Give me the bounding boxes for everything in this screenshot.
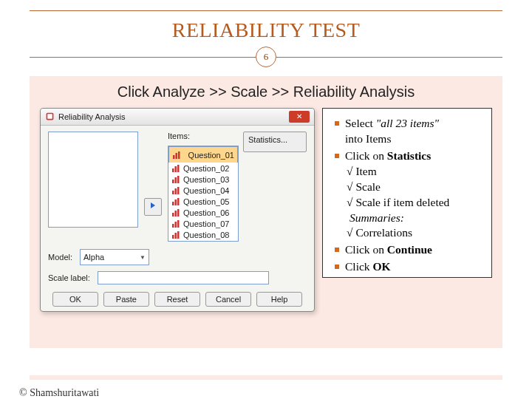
chevron-down-icon: ▼: [140, 254, 146, 261]
svg-rect-19: [177, 209, 180, 216]
variable-icon: [171, 197, 180, 206]
content-panel: Click Analyze >> Scale >> Reliability An…: [30, 76, 502, 348]
svg-rect-2: [173, 155, 175, 159]
dialog-titlebar: Reliability Analysis ✕: [41, 109, 314, 126]
svg-rect-13: [177, 187, 180, 194]
variable-icon: [171, 186, 180, 195]
svg-rect-5: [172, 168, 174, 172]
list-item[interactable]: Question_07: [168, 218, 238, 229]
svg-rect-21: [175, 222, 177, 228]
items-list[interactable]: Question_01Question_02Question_03Questio…: [168, 146, 239, 242]
list-item[interactable]: Question_08: [168, 229, 238, 240]
svg-rect-23: [172, 235, 174, 239]
close-icon[interactable]: ✕: [289, 111, 310, 123]
list-item-label: Question_09: [183, 242, 229, 242]
instructions-panel: Select "all 23 items" into Items Click o…: [322, 108, 492, 278]
list-item[interactable]: Question_09: [168, 240, 238, 242]
scale-label-label: Scale label:: [48, 273, 90, 282]
variable-icon: [171, 242, 180, 242]
list-item[interactable]: Question_03: [168, 174, 238, 185]
list-item[interactable]: Question_05: [168, 196, 238, 207]
list-item-label: Question_05: [183, 197, 229, 206]
scale-label-input[interactable]: [98, 271, 269, 284]
svg-rect-15: [175, 200, 177, 205]
svg-rect-6: [175, 166, 177, 172]
svg-rect-24: [175, 233, 177, 239]
svg-rect-25: [177, 231, 180, 239]
list-item[interactable]: Question_04: [168, 185, 238, 196]
list-item-label: Question_03: [183, 175, 229, 184]
svg-rect-10: [177, 176, 180, 183]
footer-copyright: © Shamshuritawati: [19, 387, 99, 399]
arrow-right-icon: [149, 202, 157, 209]
svg-rect-7: [177, 165, 180, 172]
instruction-line: Click on Statistics √ Item √ Scale √ Sca…: [345, 149, 482, 242]
reliability-dialog: Reliability Analysis ✕ Items: Question_0…: [40, 108, 315, 312]
variable-icon: [171, 164, 180, 173]
svg-rect-17: [172, 213, 174, 216]
reset-button[interactable]: Reset: [154, 292, 200, 307]
cancel-button[interactable]: Cancel: [205, 292, 251, 307]
variable-icon: [171, 219, 180, 228]
model-value: Alpha: [83, 253, 104, 262]
svg-rect-9: [175, 177, 177, 183]
app-icon: [45, 112, 58, 123]
svg-rect-1: [47, 114, 52, 119]
list-item-label: Question_02: [183, 164, 229, 173]
variable-icon: [172, 151, 181, 160]
statistics-button[interactable]: Statistics...: [243, 132, 307, 152]
instruction-line: Click on Continue: [345, 242, 482, 258]
breadcrumb: Click Analyze >> Scale >> Reliability An…: [30, 83, 502, 100]
variable-icon: [171, 231, 180, 239]
help-button[interactable]: Help: [256, 292, 302, 307]
list-item-label: Question_07: [183, 219, 229, 228]
svg-rect-8: [172, 180, 174, 183]
badge-divider: 6: [30, 47, 502, 67]
paste-button[interactable]: Paste: [103, 292, 149, 307]
list-item[interactable]: Question_01: [168, 146, 238, 163]
page-title: RELIABILITY TEST: [0, 18, 532, 42]
svg-rect-11: [172, 191, 174, 194]
svg-rect-20: [172, 224, 174, 228]
page-number-badge: 6: [256, 47, 276, 67]
move-right-button[interactable]: [144, 198, 162, 216]
list-item-label: Question_04: [183, 186, 229, 195]
list-item-label: Question_01: [188, 151, 234, 160]
model-label: Model:: [48, 253, 72, 262]
ok-button[interactable]: OK: [52, 292, 98, 307]
list-item-label: Question_08: [183, 231, 229, 239]
dialog-title: Reliability Analysis: [58, 112, 289, 121]
instruction-line: Click OK: [345, 259, 482, 275]
bottom-stripe: [30, 375, 502, 380]
list-item[interactable]: Question_02: [168, 163, 238, 174]
svg-rect-12: [175, 188, 177, 194]
svg-rect-22: [177, 220, 180, 228]
variable-icon: [171, 175, 180, 184]
svg-rect-18: [175, 211, 177, 216]
variable-icon: [171, 208, 180, 217]
source-variables-list[interactable]: [48, 132, 138, 228]
svg-rect-3: [176, 153, 178, 159]
svg-rect-14: [172, 202, 174, 205]
list-item-label: Question_06: [183, 208, 229, 217]
instruction-line: Select "all 23 items" into Items: [345, 116, 482, 147]
svg-rect-4: [178, 151, 180, 159]
list-item[interactable]: Question_06: [168, 207, 238, 218]
model-dropdown[interactable]: Alpha ▼: [80, 249, 149, 265]
items-label: Items:: [168, 132, 239, 140]
svg-rect-16: [177, 198, 180, 205]
